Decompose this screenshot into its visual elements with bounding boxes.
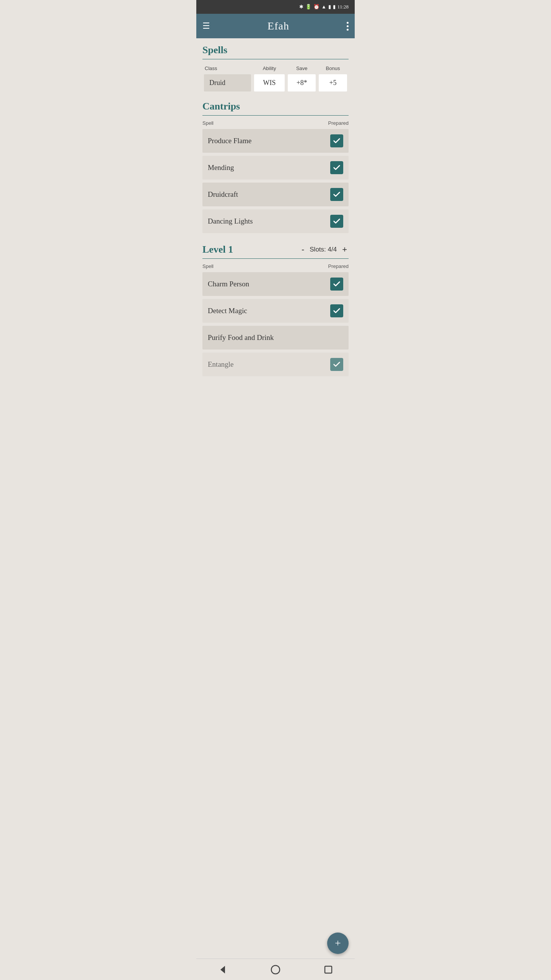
cantrips-section: Cantrips Spell Prepared Produce Flame Me…: [202, 101, 349, 236]
cantrips-header-row: Spell Prepared: [202, 120, 349, 126]
svg-rect-2: [325, 966, 332, 973]
svg-marker-0: [220, 966, 225, 973]
spells-divider: [202, 59, 349, 59]
prepared-checkbox[interactable]: [330, 215, 343, 228]
prepared-checkbox[interactable]: [330, 278, 343, 291]
dot3: [347, 29, 349, 31]
signal-icon: ▮: [328, 4, 331, 10]
level1-header: Level 1 - Slots: 4/4 +: [202, 244, 349, 255]
list-item[interactable]: Produce Flame: [202, 129, 349, 153]
level1-prepared-label: Prepared: [328, 263, 349, 269]
class-value[interactable]: Druid: [204, 74, 251, 91]
prepared-checkbox[interactable]: [330, 358, 343, 371]
increment-slots-button[interactable]: +: [341, 245, 349, 255]
status-icons: ✱ 🔋 ⏰ ▲ ▮ ▮ 11:28: [299, 4, 349, 10]
recents-nav-button[interactable]: [323, 964, 334, 975]
col-bonus: Bonus: [317, 64, 349, 73]
dot2: [347, 25, 349, 27]
list-item[interactable]: Druidcraft: [202, 183, 349, 206]
save-value: +8*: [288, 74, 316, 91]
level1-header-row: Spell Prepared: [202, 263, 349, 269]
col-class: Class: [202, 64, 253, 73]
add-icon: +: [335, 938, 341, 949]
list-item[interactable]: Detect Magic: [202, 299, 349, 323]
col-ability: Ability: [253, 64, 287, 73]
list-item[interactable]: Dancing Lights: [202, 209, 349, 233]
list-item[interactable]: Mending: [202, 156, 349, 180]
list-item[interactable]: Charm Person: [202, 272, 349, 296]
time: 11:28: [337, 4, 349, 10]
spells-section-title: Spells: [202, 44, 349, 56]
spell-name: Dancing Lights: [208, 217, 253, 225]
wifi-icon: ▲: [321, 4, 326, 10]
level1-spells-list: Charm Person Detect Magic Purify Foo: [202, 272, 349, 379]
app-title: Efah: [267, 20, 289, 32]
spell-name: Entangle: [208, 360, 234, 369]
home-nav-button[interactable]: [270, 964, 281, 975]
cantrips-section-title: Cantrips: [202, 101, 349, 112]
prepared-checkbox[interactable]: [330, 188, 343, 201]
list-item[interactable]: Entangle: [202, 353, 349, 376]
list-item[interactable]: Purify Food and Drink: [202, 326, 349, 350]
prepared-checkbox[interactable]: [330, 161, 343, 174]
back-nav-button[interactable]: [217, 964, 228, 975]
class-table: Class Ability Save Bonus Druid WIS +8* +…: [202, 64, 349, 93]
cantrips-divider: [202, 115, 349, 116]
battery-icon: ▮: [333, 4, 336, 10]
add-spell-button[interactable]: +: [327, 933, 349, 954]
bluetooth-icon: ✱: [299, 4, 303, 10]
vibrate-icon: 🔋: [305, 4, 311, 10]
spell-name: Mending: [208, 163, 234, 172]
dot1: [347, 22, 349, 24]
main-content: Spells Class Ability Save Bonus Druid WI…: [196, 38, 355, 959]
decrement-slots-button[interactable]: -: [300, 245, 306, 255]
spell-name: Charm Person: [208, 280, 249, 288]
alarm-icon: ⏰: [313, 4, 320, 10]
prepared-checkbox-empty[interactable]: [330, 331, 343, 344]
slots-display: Slots: 4/4: [310, 246, 337, 253]
level1-spell-label: Spell: [202, 263, 214, 269]
col-save: Save: [286, 64, 317, 73]
level1-slots-container: - Slots: 4/4 +: [300, 245, 349, 255]
cantrips-prepared-label: Prepared: [328, 120, 349, 126]
ability-value: WIS: [254, 74, 285, 91]
menu-icon[interactable]: ☰: [202, 21, 210, 31]
bonus-value: +5: [319, 74, 347, 91]
app-header: ☰ Efah: [196, 14, 355, 38]
cantrips-spells-list: Produce Flame Mending Druidcraft: [202, 129, 349, 236]
level1-section: Level 1 - Slots: 4/4 + Spell Prepared Ch…: [202, 244, 349, 379]
bottom-nav: [196, 959, 355, 980]
prepared-checkbox[interactable]: [330, 134, 343, 147]
spell-name: Produce Flame: [208, 137, 252, 145]
spell-name: Purify Food and Drink: [208, 333, 274, 342]
cantrips-spell-label: Spell: [202, 120, 214, 126]
prepared-checkbox[interactable]: [330, 304, 343, 317]
spell-name: Druidcraft: [208, 190, 238, 199]
spell-name: Detect Magic: [208, 307, 247, 315]
level1-title: Level 1: [202, 244, 233, 255]
svg-point-1: [271, 965, 280, 974]
status-bar: ✱ 🔋 ⏰ ▲ ▮ ▮ 11:28: [196, 0, 355, 14]
level1-divider: [202, 258, 349, 259]
more-options-icon[interactable]: [347, 22, 349, 31]
